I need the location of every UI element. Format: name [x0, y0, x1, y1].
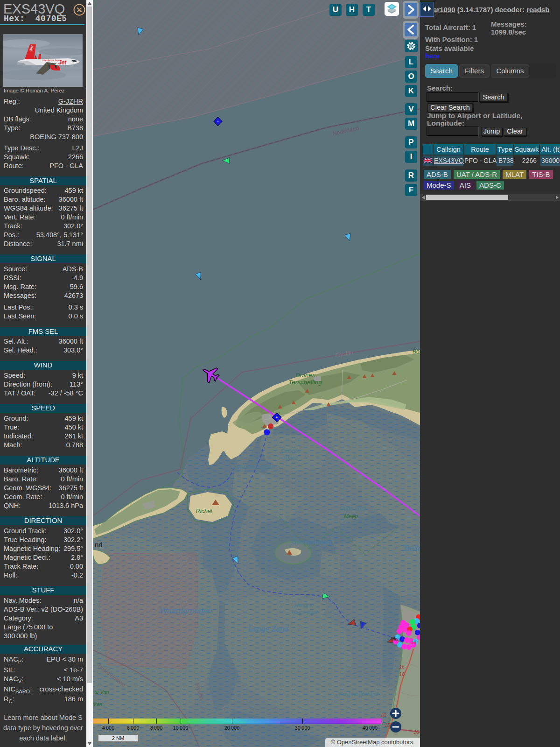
svg-text:Grienderwaard: Grienderwaard [292, 538, 332, 545]
svg-text:Tjaars-plaat: Tjaars-plaat [291, 609, 318, 615]
svg-text:Duinen: Duinen [296, 372, 316, 379]
svg-text:Richel: Richel [196, 508, 213, 514]
svg-text:16: 16 [413, 729, 419, 735]
svg-text:Oude Zuid: Oude Zuid [339, 505, 365, 512]
svg-text:15: 15 [380, 712, 386, 718]
svg-text:Gröote: Gröote [281, 447, 300, 454]
svg-text:Boschpl: Boschpl [413, 348, 420, 355]
svg-text:Jacobsruggen: Jacobsruggen [236, 463, 275, 470]
svg-text:Waardgronden: Waardgronden [160, 606, 212, 615]
svg-text:Hendrik-: Hendrik- [294, 602, 314, 608]
svg-text:Terschelling: Terschelling [288, 379, 322, 386]
svg-text:Ha: Ha [391, 636, 398, 641]
svg-text:Kornwerderzand: Kornwerderzand [339, 691, 378, 697]
svg-text:16: 16 [399, 671, 405, 677]
svg-text:18: 18 [411, 640, 416, 645]
svg-text:rken.: rken. [93, 701, 104, 707]
svg-text:16: 16 [399, 664, 405, 669]
svg-text:Plaat: Plaat [283, 454, 298, 461]
svg-text:Ballastplaa: Ballastplaa [404, 544, 420, 553]
svg-text:Lange Zand: Lange Zand [248, 625, 289, 633]
svg-text:nd: nd [95, 541, 103, 549]
svg-text:Meep: Meep [344, 513, 358, 520]
svg-text:friendly low fares: friendly low fares [42, 59, 60, 62]
svg-text:te Van: te Van [94, 689, 109, 695]
